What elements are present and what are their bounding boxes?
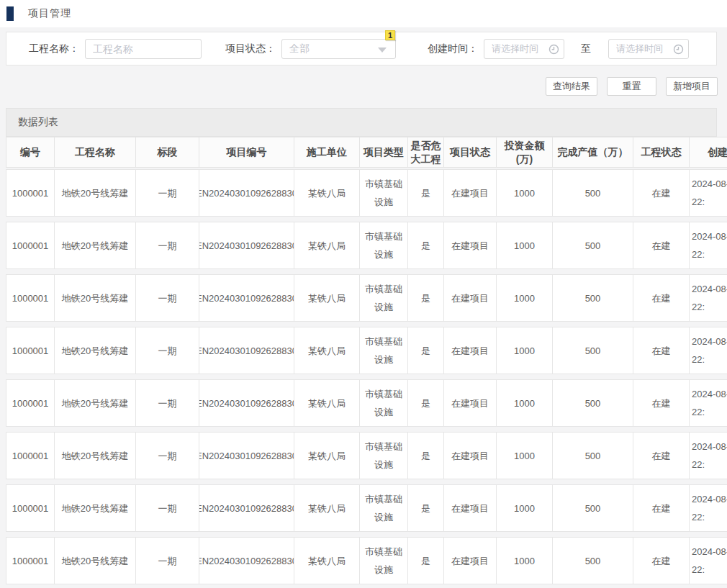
table-cell: 2024-08- 22:: [690, 275, 727, 321]
project-status-select[interactable]: 全部 1: [281, 39, 396, 59]
table-cell: 2024-08- 22:: [690, 485, 727, 531]
table-cell: EN20240301092628830: [199, 485, 294, 531]
table-cell: EN20240301092628830: [199, 380, 294, 426]
table-cell: 一期: [136, 222, 199, 268]
table-cell: 一期: [136, 538, 199, 584]
table-row[interactable]: 1000001地铁20号线筹建一期EN20240301092628830某铁八局…: [6, 432, 727, 479]
table-row[interactable]: 1000001地铁20号线筹建一期EN20240301092628830某铁八局…: [6, 484, 727, 532]
project-table: 编号工程名称标段项目编号施工单位项目类型是否危大工程项目状态投资金额(万)完成产…: [6, 137, 727, 584]
table-cell: 在建: [633, 380, 690, 426]
table-cell: 1000001: [6, 433, 55, 479]
header-cell: 编号: [6, 137, 55, 167]
header-cell: 工程状态: [633, 137, 690, 167]
query-button[interactable]: 查询结果: [546, 77, 597, 96]
table-cell: 2024-08- 22:: [690, 538, 727, 584]
table-cell: 500: [553, 485, 633, 531]
table-row[interactable]: 1000001地铁20号线筹建一期EN20240301092628830某铁八局…: [6, 327, 727, 374]
table-cell: 1000: [497, 380, 553, 426]
table-cell: 一期: [136, 327, 199, 374]
data-list-bar: 数据列表: [6, 108, 717, 137]
table-cell: 在建: [633, 222, 690, 268]
table-cell: 500: [553, 433, 633, 479]
filter-panel: 工程名称： 项目状态： 全部 1 创建时间： 至: [6, 32, 717, 65]
table-cell: 在建项目: [444, 170, 497, 216]
table-cell: 1000001: [6, 170, 55, 216]
table-row[interactable]: 1000001地铁20号线筹建一期EN20240301092628830某铁八局…: [6, 537, 727, 584]
table-cell: 地铁20号线筹建: [55, 275, 136, 321]
table-cell: 市镇基础设施: [360, 485, 408, 531]
table-cell: 500: [553, 275, 633, 321]
date-range-separator: 至: [581, 42, 591, 55]
table-cell: 在建: [633, 433, 690, 479]
clock-icon: [673, 44, 684, 55]
project-status-label: 项目状态：: [225, 42, 276, 55]
status-badge: 1: [385, 30, 395, 40]
table-cell: 1000: [497, 433, 553, 479]
table-cell: 在建项目: [444, 222, 497, 268]
header-cell: 施工单位: [294, 137, 360, 167]
table-cell: 在建项目: [444, 275, 497, 321]
table-cell: 市镇基础设施: [360, 222, 408, 268]
table-cell: 在建: [633, 327, 690, 374]
data-list-title: 数据列表: [18, 116, 58, 129]
table-cell: 2024-08- 22:: [690, 170, 727, 216]
reset-button[interactable]: 重置: [607, 77, 656, 96]
project-name-input[interactable]: [85, 39, 202, 59]
table-cell: 500: [553, 538, 633, 584]
table-cell: 在建项目: [444, 538, 497, 584]
table-cell: 一期: [136, 380, 199, 426]
table-cell: 市镇基础设施: [360, 170, 408, 216]
table-cell: 地铁20号线筹建: [55, 433, 136, 479]
table-cell: 一期: [136, 433, 199, 479]
table-cell: 地铁20号线筹建: [55, 485, 136, 531]
table-cell: 一期: [136, 170, 199, 216]
table-cell: 1000: [497, 170, 553, 216]
table-cell: 2024-08- 22:: [690, 380, 727, 426]
create-time-start: [484, 39, 564, 59]
table-cell: 500: [553, 222, 633, 268]
project-name-label: 工程名称：: [29, 42, 79, 55]
table-cell: 某铁八局: [294, 275, 360, 321]
action-bar: 查询结果 重置 新增项目: [0, 77, 718, 96]
table-cell: 在建项目: [444, 485, 497, 531]
header-cell: 标段: [136, 137, 199, 167]
table-cell: 某铁八局: [294, 433, 360, 479]
table-cell: EN20240301092628830: [199, 538, 294, 584]
table-cell: 500: [553, 327, 633, 374]
table-cell: 是: [408, 275, 444, 321]
table-cell: 某铁八局: [294, 222, 360, 268]
table-cell: 1000: [497, 222, 553, 268]
table-cell: 一期: [136, 275, 199, 321]
table-row[interactable]: 1000001地铁20号线筹建一期EN20240301092628830某铁八局…: [6, 274, 727, 322]
table-cell: 一期: [136, 485, 199, 531]
table-cell: 2024-08- 22:: [690, 327, 727, 374]
table-cell: 某铁八局: [294, 327, 360, 374]
chevron-down-icon: [378, 48, 387, 53]
table-cell: 市镇基础设施: [360, 433, 408, 479]
table-cell: EN20240301092628830: [199, 275, 294, 321]
table-cell: 1000: [497, 485, 553, 531]
table-cell: 1000: [497, 275, 553, 321]
table-header-row: 编号工程名称标段项目编号施工单位项目类型是否危大工程项目状态投资金额(万)完成产…: [6, 137, 727, 168]
header-cell: 项目状态: [444, 137, 497, 167]
table-cell: 2024-08- 22:: [690, 433, 727, 479]
table-cell: 在建: [633, 170, 690, 216]
header-cell: 创建时间: [690, 137, 727, 167]
add-project-button[interactable]: 新增项目: [666, 77, 718, 96]
table-cell: 某铁八局: [294, 538, 360, 584]
header-cell: 项目类型: [360, 137, 408, 167]
table-cell: 1000001: [6, 380, 55, 426]
table-row[interactable]: 1000001地铁20号线筹建一期EN20240301092628830某铁八局…: [6, 222, 727, 269]
table-cell: 1000001: [6, 222, 55, 268]
clock-icon: [548, 44, 559, 55]
table-cell: 在建项目: [444, 327, 497, 374]
table-row[interactable]: 1000001地铁20号线筹建一期EN20240301092628830某铁八局…: [6, 169, 727, 217]
table-row[interactable]: 1000001地铁20号线筹建一期EN20240301092628830某铁八局…: [6, 379, 727, 427]
table-cell: 在建: [633, 538, 690, 584]
table-cell: 地铁20号线筹建: [55, 170, 136, 216]
table-cell: 1000001: [6, 275, 55, 321]
header-cell: 是否危大工程: [408, 137, 444, 167]
table-cell: 是: [408, 485, 444, 531]
table-cell: 1000: [497, 538, 553, 584]
table-cell: EN20240301092628830: [199, 222, 294, 268]
